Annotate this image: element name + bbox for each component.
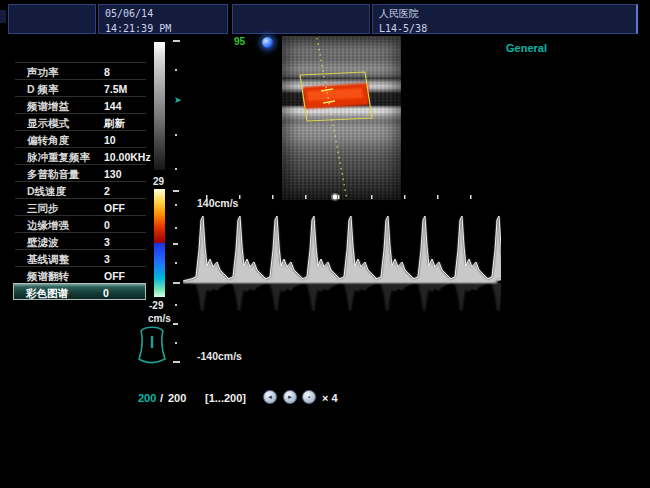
- cine-speed: × 4: [322, 392, 338, 404]
- parameter-row[interactable]: 偏转角度 10: [15, 130, 146, 147]
- stop-button[interactable]: ▪: [302, 390, 316, 404]
- topbar-datetime-box: 05/06/14 14:21:39 PM: [98, 4, 228, 34]
- parameter-label: 三同步: [27, 202, 59, 216]
- parameter-value: 8: [104, 66, 110, 78]
- parameter-row[interactable]: 基线调整 3: [15, 249, 146, 266]
- spectral-waveform: [183, 190, 501, 368]
- parameter-label: 彩色图谱: [26, 287, 68, 301]
- bmode-annotations: [282, 36, 401, 200]
- ultrasound-screen: 05/06/14 14:21:39 PM 人民医院 L14-5/38 声功率 8…: [0, 0, 650, 488]
- waveform-trace: [183, 216, 501, 281]
- parameter-row[interactable]: 显示模式 刷新: [15, 113, 146, 130]
- parameter-row[interactable]: D线速度 2: [15, 181, 146, 198]
- hospital-name: 人民医院: [373, 5, 636, 20]
- topbar-hospital-box: 人民医院 L14-5/38: [372, 4, 638, 34]
- info-panel-header: General: [506, 42, 547, 55]
- grayscale-bar: [154, 42, 165, 170]
- info-panel: General: [506, 42, 547, 68]
- stop-icon: ▪: [308, 394, 310, 400]
- topbar-logo-box: [8, 4, 96, 34]
- waveform-mirror: [183, 282, 501, 312]
- parameter-label: 偏转角度: [27, 134, 69, 148]
- waveform-fill: [183, 216, 501, 283]
- parameter-label: D 频率: [27, 83, 59, 97]
- parameter-row[interactable]: 壁滤波 3: [15, 232, 146, 249]
- parameter-label: 声功率: [27, 66, 59, 80]
- color-bar-negative: [154, 243, 165, 297]
- parameter-label: 脉冲重复频率: [27, 151, 90, 165]
- parameter-value: OFF: [104, 270, 125, 282]
- play-button[interactable]: ►: [283, 390, 297, 404]
- parameter-label: 边缘增强: [27, 219, 69, 233]
- prev-icon: ◄: [267, 394, 273, 400]
- topbar-patient-box: [232, 4, 370, 34]
- velocity-max-label: 140cm/s: [197, 197, 238, 209]
- parameter-label: 多普勒音量: [27, 168, 80, 182]
- parameter-label: 壁滤波: [27, 236, 59, 250]
- color-doppler-bar: [154, 189, 165, 297]
- parameter-row[interactable]: 声功率 8: [15, 62, 146, 79]
- parameter-value: 10: [104, 134, 116, 146]
- color-scale-unit: cm/s: [148, 313, 171, 324]
- prev-frame-button[interactable]: ◄: [263, 390, 277, 404]
- cine-current-frame: 200: [138, 392, 156, 404]
- parameter-row[interactable]: 多普勒音量 130: [15, 164, 146, 181]
- parameter-row[interactable]: 边缘增强 0: [15, 215, 146, 232]
- date-text: 05/06/14: [99, 5, 227, 20]
- parameter-label: 频谱翻转: [27, 270, 69, 284]
- play-icon: ►: [287, 394, 293, 400]
- parameter-value: 3: [104, 253, 110, 265]
- parameter-value: 刷新: [104, 117, 125, 131]
- time-text: 14:21:39 PM: [99, 20, 227, 35]
- parameter-value: 10.00KHz: [104, 151, 151, 163]
- cine-total-frames: 200: [168, 392, 186, 404]
- parameter-value: 3: [104, 236, 110, 248]
- status-led-icon: [262, 37, 273, 48]
- parameter-label: 基线调整: [27, 253, 69, 267]
- velocity-min-label: -140cm/s: [197, 350, 242, 362]
- parameter-value: OFF: [104, 202, 125, 214]
- parameter-label: 频谱增益: [27, 100, 69, 114]
- frame-sliver: [0, 10, 6, 23]
- parameter-label: D线速度: [27, 185, 66, 199]
- parameter-panel: 声功率 8 D 频率 7.5M 频谱增益 144 显示模式 刷新 偏转角度 10…: [15, 62, 146, 300]
- spectral-doppler-area: 140cm/s -140cm/s: [183, 190, 501, 368]
- parameter-value: 7.5M: [104, 83, 127, 95]
- parameter-value: 0: [104, 219, 110, 231]
- parameter-row[interactable]: 频谱翻转 OFF: [15, 266, 146, 283]
- color-bar-positive: [154, 189, 165, 243]
- body-marker-icon: [136, 324, 168, 366]
- parameter-row[interactable]: D 频率 7.5M: [15, 79, 146, 96]
- parameter-row[interactable]: 频谱增益 144: [15, 96, 146, 113]
- parameter-value: 130: [104, 168, 122, 180]
- parameter-value: 144: [104, 100, 122, 112]
- green-index-value: 95: [234, 36, 245, 47]
- parameter-value: 0: [103, 287, 109, 299]
- parameter-row[interactable]: 彩色图谱 0: [13, 283, 146, 300]
- sweep-position-dot: [333, 195, 338, 200]
- parameter-value: 2: [104, 185, 110, 197]
- probe-model: L14-5/38: [373, 20, 636, 35]
- color-scale-min: -29: [149, 300, 163, 311]
- parameter-row[interactable]: 脉冲重复频率 10.00KHz: [15, 147, 146, 164]
- parameter-label: 显示模式: [27, 117, 69, 131]
- focus-marker-icon: ➤: [174, 95, 182, 105]
- cine-range: [1...200]: [205, 392, 246, 404]
- color-scale-max: 29: [153, 176, 164, 187]
- parameter-row[interactable]: 三同步 OFF: [15, 198, 146, 215]
- cine-separator: /: [160, 392, 163, 404]
